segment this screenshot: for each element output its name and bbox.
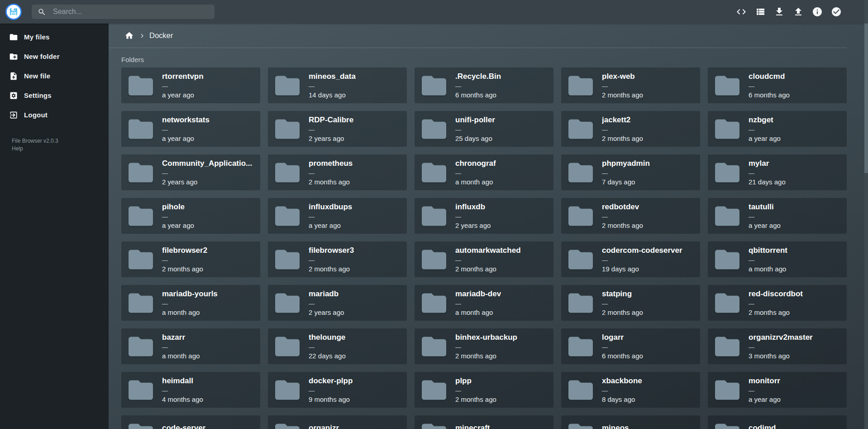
folder-card[interactable]: plpp — 2 months ago <box>415 372 553 408</box>
folder-card[interactable]: cloudcmd — 6 months ago <box>708 67 847 103</box>
folder-card[interactable]: redbotdev — 2 months ago <box>561 198 700 234</box>
folder-card[interactable]: monitorr — a year ago <box>708 372 847 408</box>
info-button[interactable] <box>812 6 823 17</box>
folder-name: binhex-urbackup <box>455 333 517 342</box>
sidebar-item-logout[interactable]: Logout <box>0 105 109 125</box>
folder-card[interactable]: mineos — <box>561 415 700 429</box>
folder-card[interactable]: organizrv2master — 3 months ago <box>708 328 847 364</box>
search-input[interactable] <box>52 7 209 16</box>
code-icon <box>736 6 747 17</box>
folder-name: mylar <box>749 159 786 168</box>
folder-modified: 7 days ago <box>602 178 650 186</box>
folder-card[interactable]: influxdbups — a year ago <box>268 198 407 234</box>
folder-card[interactable]: unifi-poller — 25 days ago <box>415 111 553 147</box>
sidebar-footer: File Browser v2.0.3 Help <box>12 137 109 153</box>
folder-icon <box>275 380 300 400</box>
folder-card[interactable]: tautulli — a year ago <box>708 198 847 234</box>
folder-card[interactable]: networkstats — a year ago <box>121 111 260 147</box>
folder-card[interactable]: mariadb — 2 years ago <box>268 285 407 321</box>
folder-size-placeholder: — <box>309 127 353 133</box>
sidebar-item-settings[interactable]: Settings <box>0 86 109 105</box>
folder-card[interactable]: influxdb — 2 years ago <box>415 198 553 234</box>
folder-card[interactable]: mylar — 21 days ago <box>708 154 847 190</box>
folder-card[interactable]: code-server — <box>121 415 260 429</box>
folder-size-placeholder: — <box>309 170 353 176</box>
sidebar-item-my-files[interactable]: My files <box>0 27 109 47</box>
folder-card[interactable]: binhex-urbackup — 2 months ago <box>415 328 553 364</box>
upload-button[interactable] <box>793 6 804 17</box>
folder-meta: logarr — 6 months ago <box>602 333 643 360</box>
folder-card[interactable]: filebrowser2 — 2 months ago <box>121 241 260 277</box>
folder-card[interactable]: codimd — <box>708 415 847 429</box>
folder-name: qbittorrent <box>749 246 787 255</box>
sidebar-item-new-file[interactable]: New file <box>0 66 109 86</box>
folder-icon <box>275 163 300 183</box>
folder-name: RDP-Calibre <box>309 116 353 124</box>
folder-icon <box>422 163 446 183</box>
folder-name: monitorr <box>749 376 781 385</box>
folder-name: chronograf <box>455 159 496 168</box>
folder-card[interactable]: RDP-Calibre — 2 years ago <box>268 111 407 147</box>
folder-name: mineos_data <box>309 72 356 81</box>
folder-card[interactable]: .Recycle.Bin — 6 months ago <box>415 67 553 103</box>
folder-card[interactable]: qbittorrent — a month ago <box>708 241 847 277</box>
folder-meta: chronograf — a month ago <box>455 159 496 186</box>
code-button[interactable] <box>736 6 747 17</box>
folder-card[interactable]: prometheus — 2 months ago <box>268 154 407 190</box>
folder-card[interactable]: plex-web — 2 months ago <box>561 67 700 103</box>
folder-meta: code-server — <box>162 424 205 429</box>
folder-card[interactable]: bazarr — a month ago <box>121 328 260 364</box>
folder-icon <box>715 163 739 183</box>
folder-card[interactable]: statping — 2 months ago <box>561 285 700 321</box>
folder-card[interactable]: red-discordbot — 2 months ago <box>708 285 847 321</box>
search-bar[interactable] <box>32 5 215 19</box>
folder-name: influxdb <box>455 202 491 211</box>
folder-name: cloudcmd <box>749 72 790 81</box>
folder-size-placeholder: — <box>749 301 803 307</box>
folder-icon <box>715 293 739 313</box>
folder-icon <box>422 293 446 313</box>
folder-card[interactable]: phpmyadmin — 7 days ago <box>561 154 700 190</box>
folder-meta: mariadb-dev — a month ago <box>455 289 501 316</box>
download-icon <box>774 6 785 17</box>
folder-card[interactable]: mariadb-dev — a month ago <box>415 285 553 321</box>
folder-icon <box>275 337 300 357</box>
breadcrumb-current-folder[interactable]: Docker <box>149 31 173 40</box>
chevron-right-icon <box>138 32 146 40</box>
header-actions <box>736 6 842 17</box>
folder-card[interactable]: mineos_data — 14 days ago <box>268 67 407 103</box>
folder-meta: .Recycle.Bin — 6 months ago <box>455 72 501 99</box>
folder-card[interactable]: xbackbone — 8 days ago <box>561 372 700 408</box>
sidebar-item-label: Settings <box>24 92 52 99</box>
folder-card[interactable]: filebrowser3 — 2 months ago <box>268 241 407 277</box>
folder-card[interactable]: rtorrentvpn — a year ago <box>121 67 260 103</box>
folder-modified: 2 months ago <box>309 265 354 273</box>
select-multiple-button[interactable] <box>831 6 842 17</box>
folder-card[interactable]: logarr — 6 months ago <box>561 328 700 364</box>
folder-card[interactable]: nzbget — a year ago <box>708 111 847 147</box>
folder-size-placeholder: — <box>602 214 643 220</box>
folder-card[interactable]: Community_Applicatio... — 2 years ago <box>121 154 260 190</box>
sidebar-item-new-folder[interactable]: New folder <box>0 47 109 66</box>
folder-card[interactable]: organizr — <box>268 415 407 429</box>
download-button[interactable] <box>774 6 785 17</box>
folder-card[interactable]: minecraft — <box>415 415 553 429</box>
folder-meta: codercom-codeserver — 19 days ago <box>602 246 682 273</box>
help-link[interactable]: Help <box>12 145 109 153</box>
folder-card[interactable]: jackett2 — 2 months ago <box>561 111 700 147</box>
page-scrollbar[interactable] <box>864 0 868 429</box>
folder-card[interactable]: heimdall — 4 months ago <box>121 372 260 408</box>
folder-modified: a year ago <box>749 396 781 403</box>
folder-icon <box>275 206 300 226</box>
folder-card[interactable]: docker-plpp — 9 months ago <box>268 372 407 408</box>
folder-card[interactable]: mariadb-yourls — a month ago <box>121 285 260 321</box>
home-icon[interactable] <box>124 31 134 40</box>
folder-card[interactable]: thelounge — 22 days ago <box>268 328 407 364</box>
folder-card[interactable]: pihole — a year ago <box>121 198 260 234</box>
folder-card[interactable]: automarkwatched — 2 months ago <box>415 241 553 277</box>
folder-card[interactable]: codercom-codeserver — 19 days ago <box>561 241 700 277</box>
folder-name: organizrv2master <box>749 333 813 342</box>
list-view-button[interactable] <box>755 6 766 17</box>
scrollbar-thumb[interactable] <box>864 24 868 173</box>
folder-card[interactable]: chronograf — a month ago <box>415 154 553 190</box>
